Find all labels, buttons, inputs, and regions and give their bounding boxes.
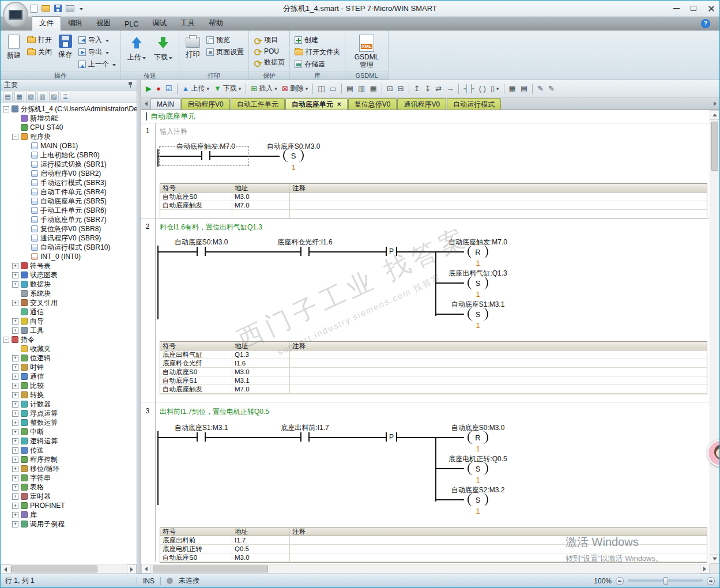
menu-item[interactable]: 文件 (32, 16, 61, 31)
tree-item[interactable]: 新增功能 (1, 114, 137, 123)
upload-button[interactable]: 上传 (126, 33, 148, 63)
symbol-row[interactable]: 自动底座S1M3.1 (160, 376, 707, 385)
zoom-out-icon[interactable] (616, 577, 624, 585)
print-icon[interactable] (66, 5, 74, 12)
symbol-row[interactable]: 自动底座S0M3.0 (160, 193, 707, 201)
editor-toolbar-item[interactable] (382, 84, 382, 94)
tree-item[interactable]: + 定时器 (1, 492, 137, 501)
protect-pou-button[interactable]: POU (254, 47, 285, 55)
editor-toolbar-item[interactable]: ↧ (423, 82, 432, 95)
editor-toolbar-item[interactable] (504, 84, 504, 94)
tree-expander-icon[interactable]: + (12, 374, 18, 380)
tree-item[interactable]: + 向导 (1, 316, 137, 326)
editor-tab[interactable]: 自动底座单元 × (285, 98, 348, 110)
qat-customize-icon[interactable] (80, 8, 83, 12)
sidebar-toolbar-icon[interactable]: ▨ (49, 92, 59, 101)
contact-operand[interactable]: 自动底座S0:M3.0 (155, 238, 247, 247)
sidebar-hscrollbar[interactable] (1, 564, 137, 574)
scroll-left-icon[interactable] (141, 564, 151, 574)
tab-scroll-right-icon[interactable] (711, 99, 719, 109)
editor-toolbar-item[interactable]: ▦ (368, 82, 378, 95)
tree-item[interactable]: + 逻辑运算 (1, 436, 137, 446)
tree-expander-icon[interactable]: + (12, 364, 18, 371)
editor-toolbar-item[interactable]: ● (154, 82, 163, 95)
editor-toolbar-item[interactable] (532, 84, 533, 94)
editor-hscrollbar[interactable] (141, 564, 710, 574)
editor-toolbar-item[interactable] (246, 84, 246, 94)
close-button[interactable] (702, 2, 719, 15)
symbol-row[interactable] (160, 210, 707, 218)
symbol-row[interactable]: 底座出料气缸Q1.3 (160, 350, 707, 359)
scroll-thumb[interactable] (711, 122, 718, 171)
ladder-canvas[interactable]: 自动底座单元 1 输入注释 自动底座触发:M7.0 S 自动底座S0:M3.0 … (141, 110, 710, 564)
new-button[interactable]: 新建 (5, 33, 22, 62)
print-button[interactable]: 打印 (184, 33, 202, 61)
close-project-button[interactable]: 关闭 (27, 47, 52, 57)
contact-operand[interactable]: 底座料仓光纤:I1.6 (259, 238, 351, 247)
ladder-contact[interactable] (197, 247, 206, 256)
editor-tab[interactable]: 通讯程序V0 (397, 98, 446, 110)
tree-item[interactable]: 通信 (1, 307, 137, 316)
tree-item[interactable]: 收藏夹 (1, 344, 137, 353)
menu-item[interactable]: 编辑 (61, 17, 89, 31)
tree-expander-icon[interactable]: + (12, 401, 18, 408)
panel-splitter[interactable] (137, 80, 141, 574)
menu-item[interactable]: 视图 (89, 17, 118, 31)
minimize-button[interactable] (668, 2, 685, 15)
tree-item[interactable]: MAIN (OB1) (1, 141, 137, 150)
tree-expander-icon[interactable]: + (12, 281, 18, 288)
import-button[interactable]: 导入 (78, 35, 116, 45)
tree-item[interactable]: 系统块 (1, 289, 137, 298)
editor-toolbar-item[interactable] (409, 84, 409, 94)
ladder-coil[interactable]: R (464, 246, 492, 258)
tree-item[interactable]: + 工具 (1, 326, 137, 335)
tree-item[interactable]: 手动工件单元 (SBR6) (1, 206, 137, 215)
editor-toolbar-item[interactable]: ⊞ 插入 ▾ (249, 82, 278, 95)
editor-toolbar-item[interactable]: ▶ (144, 82, 153, 95)
ladder-coil[interactable]: S (464, 493, 492, 506)
coil-operand[interactable]: 自动底座S1:M3.1 (420, 300, 536, 310)
editor-toolbar-item[interactable]: ☑ (164, 82, 174, 95)
tree-item[interactable]: CPU ST40 (1, 123, 137, 132)
memory-button[interactable]: 存储器 (295, 59, 340, 69)
menu-item[interactable]: PLC (118, 18, 145, 31)
symbol-row[interactable]: 底座出料前I1.7 (160, 536, 707, 545)
tree-item[interactable]: + 位逻辑 (1, 353, 137, 363)
sidebar-toolbar-icon[interactable]: ▧ (26, 92, 36, 101)
editor-toolbar-item[interactable]: ⊟ (396, 82, 406, 95)
contact-operand[interactable]: 自动底座S1:M3.1 (155, 423, 247, 433)
open-button[interactable]: 打开 (27, 35, 52, 45)
tree-item[interactable]: + 字符串 (1, 473, 137, 483)
editor-vscrollbar[interactable] (710, 110, 719, 564)
previous-button[interactable]: 上一个 (78, 59, 116, 69)
ladder-coil[interactable]: S (464, 462, 492, 475)
tree-item[interactable]: + 数据块 (1, 280, 137, 289)
tree-expander-icon[interactable]: + (12, 263, 18, 269)
tree-expander-icon[interactable]: + (12, 327, 18, 334)
editor-tab[interactable]: 自动运行模式 (447, 98, 501, 110)
ladder-coil[interactable]: S (464, 308, 492, 321)
pin-icon[interactable] (127, 82, 133, 88)
export-button[interactable]: 导出 (78, 47, 116, 57)
coil-operand[interactable]: 自动底座S0:M3.0 (242, 142, 345, 152)
tree-expander-icon[interactable]: + (12, 447, 18, 454)
menu-item[interactable]: 调试 (145, 17, 174, 31)
symbol-row[interactable]: 自动底座触发M7.0 (160, 385, 707, 394)
tree-expander-icon[interactable]: + (12, 521, 18, 527)
sidebar-toolbar-icon[interactable]: ▦ (14, 92, 24, 101)
network-2[interactable]: 2 料仓I1.6有料，置位出料气缸Q1.3 P 自动底座S0:M3.0 底座料仓… (141, 218, 710, 402)
editor-toolbar-item[interactable]: ┤├ (462, 82, 476, 95)
tree-expander-icon[interactable]: + (12, 355, 18, 361)
editor-toolbar-item[interactable]: ▲ 上传 ▾ (180, 82, 211, 95)
scroll-down-icon[interactable] (710, 554, 719, 564)
create-library-button[interactable]: 创建 (295, 35, 340, 45)
menu-item[interactable]: 帮助 (202, 17, 230, 31)
editor-tab[interactable]: 自动工件单元 (231, 98, 285, 110)
tree-item[interactable]: + 整数运算 (1, 418, 137, 427)
contact-operand[interactable]: 底座出料前:I1.7 (259, 423, 351, 433)
symbol-row[interactable]: 自动底座S0M3.0 (160, 368, 707, 376)
tree-item[interactable]: 启动程序V0 (SBR2) (1, 169, 137, 178)
symbol-row[interactable]: 底座料仓光纤I1.6 (160, 359, 707, 368)
editor-toolbar-item[interactable]: ✎ (536, 82, 545, 95)
tree-expander-icon[interactable]: + (12, 475, 18, 481)
